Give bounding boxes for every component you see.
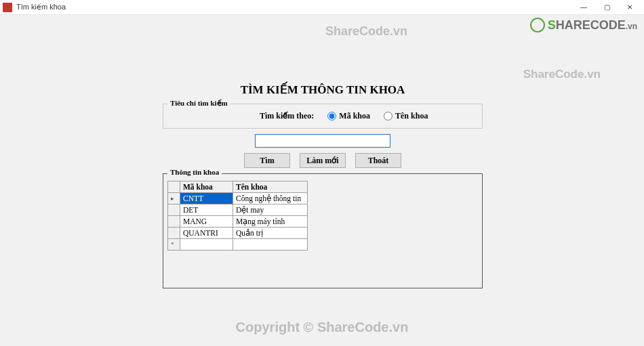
close-button[interactable]: ✕ [618, 1, 641, 14]
col-header-ma[interactable]: Mã khoa [180, 181, 233, 193]
row-indicator [168, 204, 180, 216]
cell-ma[interactable]: MANG [180, 216, 233, 228]
table-row[interactable]: DET Dệt may [168, 204, 308, 216]
cell-ten[interactable]: Công nghệ thông tin [233, 193, 308, 204]
maximize-button[interactable]: ▢ [595, 1, 618, 14]
table-row-new[interactable]: * [168, 239, 308, 251]
cell-ten[interactable]: Dệt may [233, 204, 308, 216]
refresh-button[interactable]: Làm mới [300, 153, 346, 168]
cell-ten[interactable] [233, 239, 308, 251]
row-indicator: ▸ [168, 193, 180, 204]
sharecode-logo: S HARECODE .vn [530, 18, 637, 33]
criteria-legend: Tiêu chí tìm kiếm [167, 99, 230, 108]
watermark-right: ShareCode.vn [523, 68, 601, 81]
criteria-groupbox: Tiêu chí tìm kiếm Tìm kiếm theo: Mã khoa… [163, 104, 483, 129]
info-groupbox: Thông tin khoa Mã khoa Tên khoa ▸ CNTT C… [163, 173, 483, 288]
minimize-button[interactable]: — [572, 1, 595, 14]
grid-header-row: Mã khoa Tên khoa [168, 181, 308, 193]
page-title: TÌM KIẾM THÔNG TIN KHOA [163, 83, 483, 97]
window-title: Tìm kiếm khoa [16, 3, 66, 12]
row-indicator-new: * [168, 239, 180, 251]
row-indicator [168, 228, 180, 239]
radio-ma-khoa[interactable]: Mã khoa [327, 111, 370, 121]
radio-ten-khoa[interactable]: Tên khoa [384, 111, 428, 121]
radio-ma-khoa-input[interactable] [327, 112, 336, 121]
cell-ma[interactable]: QUANTRI [180, 228, 233, 239]
table-row[interactable]: ▸ CNTT Công nghệ thông tin [168, 193, 308, 204]
col-header-ten[interactable]: Tên khoa [233, 181, 308, 193]
search-input[interactable] [255, 134, 390, 148]
search-button[interactable]: Tìm [244, 153, 290, 168]
cell-ten[interactable]: Quản trị [233, 228, 308, 239]
radio-ma-khoa-label: Mã khoa [339, 111, 370, 121]
grid-corner [168, 181, 180, 193]
row-indicator [168, 216, 180, 228]
radio-ten-khoa-label: Tên khoa [395, 111, 428, 121]
logo-s: S [548, 18, 556, 33]
logo-vn: .vn [626, 22, 637, 31]
data-grid[interactable]: Mã khoa Tên khoa ▸ CNTT Công nghệ thông … [167, 181, 308, 251]
logo-icon [530, 18, 545, 33]
watermark-top: ShareCode.vn [325, 24, 407, 39]
table-row[interactable]: QUANTRI Quản trị [168, 228, 308, 239]
info-legend: Thông tin khoa [167, 168, 222, 176]
table-row[interactable]: MANG Mạng máy tính [168, 216, 308, 228]
search-by-label: Tìm kiếm theo: [260, 111, 314, 121]
cell-ma[interactable]: CNTT [180, 193, 233, 204]
search-form: TÌM KIẾM THÔNG TIN KHOA Tiêu chí tìm kiế… [163, 83, 483, 288]
cell-ma[interactable] [180, 239, 233, 251]
client-area: ShareCode.vn ShareCode.vn S HARECODE .vn… [0, 15, 644, 346]
window-titlebar: Tìm kiếm khoa — ▢ ✕ [0, 0, 644, 15]
app-icon [3, 3, 12, 12]
radio-ten-khoa-input[interactable] [384, 112, 393, 121]
cell-ten[interactable]: Mạng máy tính [233, 216, 308, 228]
cell-ma[interactable]: DET [180, 204, 233, 216]
exit-button[interactable]: Thoát [355, 153, 401, 168]
logo-rest: HARECODE [556, 18, 626, 33]
watermark-footer: Copyright © ShareCode.vn [0, 320, 644, 335]
